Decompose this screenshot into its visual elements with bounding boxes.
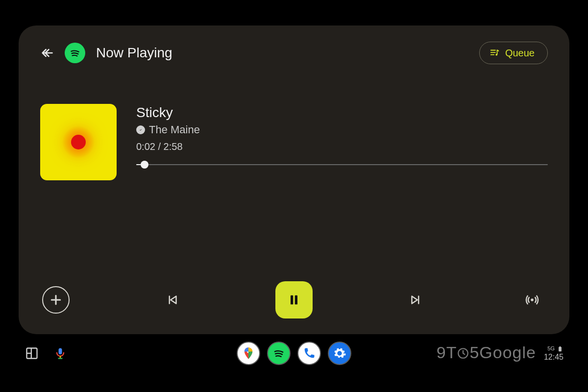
maps-icon <box>242 346 255 360</box>
arrow-left-icon <box>40 46 54 60</box>
header: Now Playing Queue <box>40 40 548 66</box>
dock-app-settings[interactable] <box>328 342 351 365</box>
svg-rect-5 <box>59 348 62 355</box>
progress-thumb[interactable] <box>141 161 148 169</box>
signal-label: 5G <box>547 346 555 351</box>
mic-icon <box>53 346 67 360</box>
spotify-icon <box>65 43 85 63</box>
dashboard-icon <box>25 346 39 360</box>
playback-controls <box>40 275 548 322</box>
svg-rect-2 <box>295 295 297 305</box>
broadcast-button[interactable] <box>518 286 546 314</box>
progress-bar[interactable] <box>136 161 548 168</box>
svg-point-0 <box>495 54 497 56</box>
broadcast-icon <box>525 293 539 307</box>
svg-point-7 <box>338 352 342 355</box>
now-playing-card: Now Playing Queue Sticky <box>19 25 569 334</box>
svg-point-3 <box>531 298 534 301</box>
add-to-library-button[interactable] <box>42 286 70 314</box>
track-info: Sticky The Maine 0:02 / 2:58 <box>40 104 548 180</box>
voice-assistant-button[interactable] <box>53 346 68 361</box>
app-dock <box>237 342 351 365</box>
status-bar: 5G 12:45 <box>544 345 564 361</box>
album-art <box>40 104 117 180</box>
skip-next-icon <box>408 293 423 307</box>
battery-icon <box>557 345 564 352</box>
queue-music-icon <box>490 48 500 58</box>
svg-rect-10 <box>560 346 561 347</box>
next-track-button[interactable] <box>402 286 429 314</box>
watermark: 9T5Google <box>437 343 536 364</box>
previous-track-button[interactable] <box>159 286 186 314</box>
svg-rect-1 <box>291 295 293 305</box>
pause-icon <box>287 293 301 307</box>
dock-app-spotify[interactable] <box>267 342 291 365</box>
queue-button[interactable]: Queue <box>479 42 548 64</box>
dock-app-phone[interactable] <box>297 342 321 365</box>
back-button[interactable] <box>40 46 54 60</box>
system-navbar: 9T5Google 5G 12:45 <box>19 339 569 368</box>
time-display: 0:02 / 2:58 <box>136 141 548 152</box>
clock: 12:45 <box>544 353 564 361</box>
dashboard-button[interactable] <box>24 346 39 361</box>
gear-icon <box>333 346 346 360</box>
play-pause-button[interactable] <box>275 281 313 318</box>
queue-label: Queue <box>505 48 535 59</box>
track-artist: The Maine <box>149 123 200 136</box>
clock-icon <box>457 347 469 360</box>
verified-badge-icon <box>136 125 145 134</box>
dock-app-maps[interactable] <box>237 342 260 365</box>
skip-previous-icon <box>165 293 180 307</box>
duration: 2:58 <box>164 141 183 152</box>
current-time: 0:02 <box>136 141 155 152</box>
phone-icon <box>302 346 316 360</box>
track-title: Sticky <box>136 105 173 121</box>
svg-rect-9 <box>559 347 562 351</box>
page-title: Now Playing <box>96 45 172 61</box>
plus-icon <box>49 293 63 307</box>
progress-track <box>136 164 548 165</box>
spotify-icon <box>272 346 286 360</box>
